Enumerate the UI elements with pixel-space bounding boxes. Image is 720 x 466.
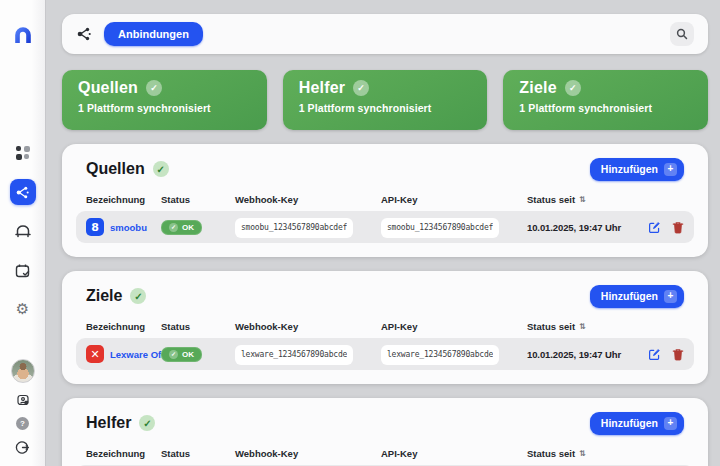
summary-card-subtitle: 1 Plattform synchronisiert	[519, 102, 692, 114]
check-circle-icon: ✓	[139, 415, 155, 431]
col-status-seit[interactable]: Status seit ⇅	[527, 321, 642, 332]
check-circle-icon: ✓	[130, 288, 146, 304]
col-status: Status	[161, 194, 235, 205]
api-key-input[interactable]	[381, 345, 499, 365]
gear-icon: ⚙	[16, 302, 29, 317]
search-icon	[676, 28, 688, 40]
table-header: Bezeichnung Status Webhook-Key API-Key S…	[76, 448, 694, 459]
check-circle-icon: ✓	[169, 350, 178, 359]
section-title: Helfer	[86, 414, 131, 432]
sidebar-item-anbindungen[interactable]	[10, 179, 36, 205]
smoobu-logo: 8	[86, 218, 104, 236]
topbar: Anbindungen	[62, 14, 708, 54]
col-webhook-key: Webhook-Key	[235, 321, 381, 332]
lexware-logo: ✕	[86, 345, 104, 363]
summary-card-quellen[interactable]: Quellen ✓ 1 Plattform synchronisiert	[62, 70, 267, 130]
main-content: Anbindungen Quellen ✓ 1 Plattform synchr…	[46, 0, 720, 466]
summary-card-ziele[interactable]: Ziele ✓ 1 Plattform synchronisiert	[503, 70, 708, 130]
section-title: Ziele	[86, 287, 122, 305]
logout-icon	[15, 440, 30, 455]
add-button[interactable]: Hinzufügen +	[590, 158, 684, 181]
col-status: Status	[161, 321, 235, 332]
summary-card-title: Quellen	[78, 79, 138, 97]
table-header: Bezeichnung Status Webhook-Key API-Key S…	[76, 194, 694, 205]
col-webhook-key: Webhook-Key	[235, 194, 381, 205]
check-circle-icon: ✓	[169, 223, 178, 232]
add-button[interactable]: Hinzufügen +	[590, 285, 684, 308]
summary-card-title: Ziele	[519, 79, 556, 97]
col-bezeichnung: Bezeichnung	[86, 448, 161, 459]
col-api-key: API-Key	[381, 321, 527, 332]
add-button-label: Hinzufügen	[601, 290, 658, 302]
sidebar-item-logout[interactable]	[10, 438, 36, 456]
summary-card-subtitle: 1 Plattform synchronisiert	[78, 102, 251, 114]
add-button[interactable]: Hinzufügen +	[590, 412, 684, 435]
col-status: Status	[161, 448, 235, 459]
sort-icon: ⇅	[579, 322, 586, 331]
dashboard-grid-icon	[16, 146, 30, 160]
help-icon[interactable]: ?	[16, 417, 29, 430]
col-webhook-key: Webhook-Key	[235, 448, 381, 459]
search-button[interactable]	[670, 22, 694, 46]
col-bezeichnung: Bezeichnung	[86, 321, 161, 332]
status-since: 10.01.2025, 19:47 Uhr	[527, 222, 642, 233]
hebily-logo[interactable]	[13, 26, 33, 48]
connections-nodes-icon	[15, 185, 30, 200]
sidebar-item-settings[interactable]: ⚙	[10, 296, 36, 322]
platform-name-link[interactable]: smoobu	[110, 222, 147, 233]
bed-icon	[14, 223, 32, 239]
check-circle-icon: ✓	[153, 161, 169, 177]
summary-card-title: Helfer	[299, 79, 346, 97]
sidebar-item-feedback[interactable]	[10, 391, 36, 409]
table-row: ✕ Lexware Office ✓ OK 10.01.2025, 19:47 …	[76, 338, 694, 370]
delete-button[interactable]	[672, 221, 684, 234]
section-helfer: Helfer ✓ Hinzufügen + Bezeichnung Status…	[62, 398, 708, 466]
delete-button[interactable]	[672, 348, 684, 361]
summary-cards: Quellen ✓ 1 Plattform synchronisiert Hel…	[62, 70, 708, 130]
edit-icon	[648, 221, 661, 234]
trash-icon	[672, 348, 684, 361]
sort-icon: ⇅	[579, 449, 586, 458]
feedback-icon	[16, 393, 30, 407]
connections-nodes-icon	[76, 26, 92, 42]
webhook-key-input[interactable]	[235, 218, 353, 238]
trash-icon	[672, 221, 684, 234]
edit-button[interactable]	[648, 348, 661, 361]
edit-button[interactable]	[648, 221, 661, 234]
check-circle-icon: ✓	[146, 80, 162, 96]
check-circle-icon: ✓	[565, 80, 581, 96]
table-row: 8 smoobu ✓ OK 10.01.2025, 19:47 Uhr	[76, 211, 694, 243]
api-key-input[interactable]	[381, 218, 499, 238]
col-status-seit[interactable]: Status seit ⇅	[527, 194, 642, 205]
col-api-key: API-Key	[381, 448, 527, 459]
anbindungen-nav-button[interactable]: Anbindungen	[104, 22, 203, 46]
plus-icon: +	[664, 290, 677, 303]
webhook-key-input[interactable]	[235, 345, 353, 365]
col-bezeichnung: Bezeichnung	[86, 194, 161, 205]
sidebar-footer: ?	[10, 359, 36, 456]
status-badge: ✓ OK	[161, 220, 202, 235]
section-title: Quellen	[86, 160, 145, 178]
plus-icon: +	[664, 417, 677, 430]
summary-card-helfer[interactable]: Helfer ✓ 1 Plattform synchronisiert	[283, 70, 488, 130]
check-circle-icon: ✓	[353, 80, 369, 96]
sort-icon: ⇅	[579, 195, 586, 204]
sidebar-item-dashboard[interactable]	[10, 140, 36, 166]
calendar-check-icon	[14, 262, 31, 279]
table-header: Bezeichnung Status Webhook-Key API-Key S…	[76, 321, 694, 332]
sidebar-nav: ⚙	[10, 140, 36, 322]
sidebar: ⚙ ?	[0, 0, 46, 466]
summary-card-subtitle: 1 Plattform synchronisiert	[299, 102, 472, 114]
plus-icon: +	[664, 163, 677, 176]
add-button-label: Hinzufügen	[601, 163, 658, 175]
add-button-label: Hinzufügen	[601, 417, 658, 429]
col-status-seit[interactable]: Status seit ⇅	[527, 448, 642, 459]
col-api-key: API-Key	[381, 194, 527, 205]
sidebar-item-properties[interactable]	[10, 218, 36, 244]
section-quellen: Quellen ✓ Hinzufügen + Bezeichnung Statu…	[62, 144, 708, 257]
status-badge: ✓ OK	[161, 347, 202, 362]
user-avatar[interactable]	[11, 359, 35, 383]
edit-icon	[648, 348, 661, 361]
status-since: 10.01.2025, 19:47 Uhr	[527, 349, 642, 360]
sidebar-item-calendar[interactable]	[10, 257, 36, 283]
